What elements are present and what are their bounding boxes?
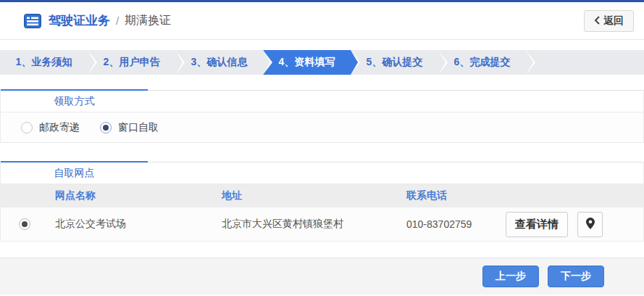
step-3-confirm-info: 3、确认信息 [175, 50, 263, 75]
page-header: 驾驶证业务 / 期满换证 返回 [0, 2, 644, 40]
back-button[interactable]: 返回 [584, 10, 634, 32]
page-title-business: 驾驶证业务 [49, 12, 110, 29]
previous-step-button[interactable]: 上一步 [482, 266, 539, 287]
title-divider: / [116, 15, 119, 27]
pickup-method-title-row: 领取方式 [1, 91, 643, 112]
radio-window-pickup-label[interactable]: 窗口自取 [118, 121, 159, 134]
header-address-column: 地址 [211, 189, 396, 202]
radio-option-window-pickup[interactable]: 窗口自取 [100, 121, 159, 134]
footer-action-bar: 上一步 下一步 [0, 258, 644, 295]
form-list-icon [24, 14, 41, 28]
radio-postal-icon[interactable] [21, 122, 33, 133]
step-4-fill-data: 4、资料填写 [263, 50, 351, 75]
step-bar-filler [526, 50, 644, 75]
map-pin-icon [586, 218, 595, 231]
step-2-declaration: 2、用户申告 [88, 50, 175, 75]
radio-window-pickup-icon[interactable] [100, 122, 112, 133]
chevron-left-icon [594, 15, 600, 27]
step-progress-bar: 1、业务须知 2、用户申告 3、确认信息 4、资料填写 5、确认提交 6、完成提… [0, 50, 644, 75]
pickup-points-table-header: 网点名称 地址 联系电话 [1, 184, 643, 207]
step-5-confirm-submit: 5、确认提交 [351, 50, 438, 75]
radio-postal-label[interactable]: 邮政寄递 [39, 121, 80, 134]
pickup-method-options: 邮政寄递 窗口自取 [1, 112, 643, 142]
pickup-points-title: 自取网点 [1, 167, 148, 180]
page-title-service: 期满换证 [125, 13, 171, 28]
row-point-name: 北京公交考试场 [44, 218, 211, 231]
back-button-label: 返回 [603, 15, 624, 28]
step-1-notice: 1、业务须知 [0, 50, 88, 75]
pickup-method-title: 领取方式 [1, 95, 148, 108]
pickup-method-section: 领取方式 邮政寄递 窗口自取 [0, 90, 644, 143]
row-select-radio[interactable] [19, 218, 30, 230]
step-6-finish-submit: 6、完成提交 [438, 50, 526, 75]
view-details-button[interactable]: 查看详情 [506, 212, 568, 237]
row-point-phone: 010-83702759 [396, 218, 495, 230]
radio-option-postal[interactable]: 邮政寄递 [21, 121, 80, 134]
header-name-column: 网点名称 [44, 189, 211, 202]
next-step-button[interactable]: 下一步 [548, 266, 604, 287]
pickup-points-section: 自取网点 网点名称 地址 联系电话 北京公交考试场 北京市大兴区黄村镇狼堡村 0… [0, 162, 644, 242]
pickup-points-title-row: 自取网点 [1, 163, 643, 184]
header-phone-column: 联系电话 [396, 189, 495, 202]
table-row: 北京公交考试场 北京市大兴区黄村镇狼堡村 010-83702759 查看详情 [1, 207, 643, 241]
map-location-button[interactable] [577, 212, 603, 237]
row-point-address: 北京市大兴区黄村镇狼堡村 [211, 218, 396, 231]
